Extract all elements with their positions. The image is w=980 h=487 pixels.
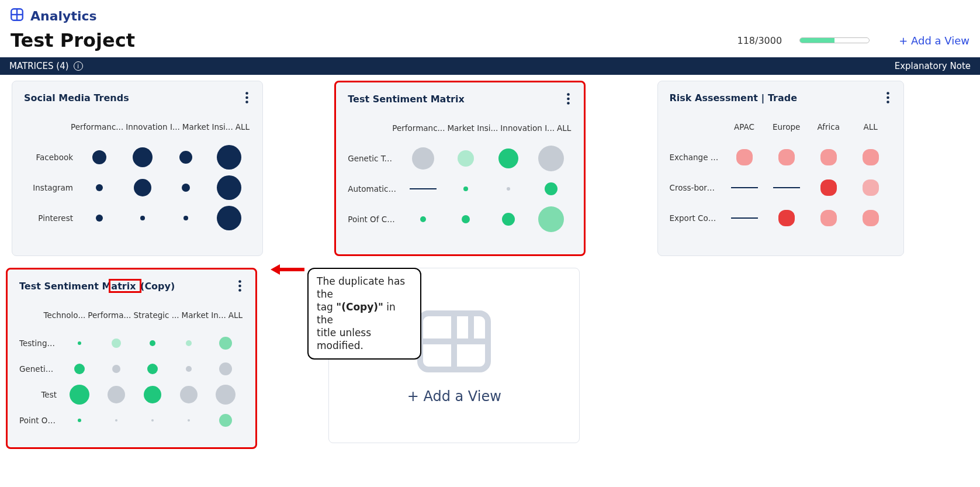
bubble [182,184,190,192]
svg-point-14 [238,289,241,292]
bubble [74,364,85,374]
svg-point-5 [245,101,248,103]
bubble [108,386,125,403]
matrix-row: Automatic T... [348,174,572,204]
matrix-risk: APAC Europe Africa ALL Exchange R... [670,120,892,233]
matrices-bar: MATRICES (4) i Explanatory Note [0,57,980,75]
usage-counter: 118/3000 [737,35,782,46]
svg-point-7 [567,98,570,101]
col-header: ALL [227,310,244,320]
empty-dash [773,187,800,188]
col-header: ALL [234,122,251,132]
matrix-row: Point Of ... [19,407,244,433]
svg-point-9 [886,92,889,95]
matrix-sentiment: Performanc... Market Insi... Innovation … [348,121,572,234]
row-label: Genetic T... [19,364,61,374]
col-header: Market Insi... [181,122,234,132]
bubble [92,150,106,164]
svg-point-3 [245,92,248,95]
svg-point-10 [886,96,889,99]
card-social-media-trends[interactable]: Social Media Trends Performanc... Innova… [12,81,263,256]
card-title: Test Sentiment Matrix [348,94,464,105]
bubble [150,340,155,346]
bubble [70,385,89,405]
matrix-row: Facebook [24,142,251,172]
svg-point-6 [567,93,570,96]
add-view-link[interactable]: + Add a View [899,34,969,47]
row-label: Exchange R... [670,153,723,162]
row-label: Export Cont... [670,213,723,223]
brand-header: Analytics [0,0,980,28]
svg-point-4 [245,96,248,99]
row-label: Cross-bord... [670,183,723,192]
bubble [219,362,232,375]
risk-square [820,149,837,165]
bubble [458,150,474,167]
risk-square [820,210,837,226]
analytics-logo-icon [9,7,25,25]
kebab-menu-button[interactable] [236,278,244,294]
card-title: Test Sentiment Matrix (Copy) [19,281,175,292]
matrices-count-label: MATRICES (4) [9,61,69,71]
risk-square [820,179,837,196]
info-icon[interactable]: i [74,61,83,71]
card-risk-assessment-trade[interactable]: Risk Assessment | Trade APAC Europe Afri… [657,81,904,256]
bubble [217,175,241,200]
col-header: Africa [816,122,841,132]
bubble [134,179,151,196]
risk-square [863,149,879,165]
matrices-scroll-area[interactable]: Social Media Trends Performanc... Innova… [0,75,980,487]
bubble [545,182,557,195]
bubble [133,147,153,167]
kebab-menu-button[interactable] [565,91,572,107]
row-label: Facebook [24,153,78,162]
kebab-menu-button[interactable] [243,89,251,106]
matrix-row: Pinterest [24,203,251,233]
empty-dash [410,188,437,189]
col-header: Market In... [181,310,227,320]
col-header: Europe [771,122,801,132]
risk-square [736,149,753,165]
col-header: Market Insi... [446,123,499,133]
annotation-callout: The duplicate has the tag "(Copy)" in th… [307,268,421,360]
explanatory-note-link[interactable]: Explanatory Note [895,61,971,71]
col-header: Innovation I... [499,123,556,133]
bubble [412,147,434,170]
bubble [151,419,154,422]
card-test-sentiment-matrix[interactable]: Test Sentiment Matrix Performanc... Mark… [334,81,586,256]
usage-progress-fill [800,38,834,43]
matrix-row: Instagram [24,172,251,203]
col-header: Innovation I... [124,122,181,132]
bubble [188,419,190,422]
col-header: Performanc... [391,123,446,133]
bubble [463,186,468,191]
matrix-row: Point Of Ca... [348,204,572,234]
svg-point-11 [886,101,889,103]
risk-square [778,149,795,165]
svg-point-8 [567,102,570,105]
card-test-sentiment-matrix-copy[interactable]: Test Sentiment Matrix (Copy) Technolo...… [6,268,257,449]
bubble [462,215,470,223]
bubble [219,414,232,427]
bubble [183,216,188,220]
matrix-row: Genetic T... [19,356,244,382]
bubble [217,145,241,170]
col-header: Technolo... [43,310,87,320]
bubble [112,365,120,373]
bubble [538,146,564,171]
bubble [502,213,515,226]
risk-square [863,210,879,226]
bubble [538,206,564,232]
risk-square [863,179,879,196]
annotation-text: title unless modified. [317,327,371,351]
bubble [140,216,145,220]
col-header: Strategic ... [132,310,180,320]
bubble [217,206,241,230]
col-header: ALL [556,123,572,133]
row-label: Pinterest [24,213,78,223]
matrix-row: Cross-bord... [670,172,892,203]
kebab-menu-button[interactable] [884,89,892,106]
row-label: Point Of Ca... [348,215,401,224]
bubble [112,339,121,348]
card-title-copy-suffix: (Copy) [140,281,175,292]
